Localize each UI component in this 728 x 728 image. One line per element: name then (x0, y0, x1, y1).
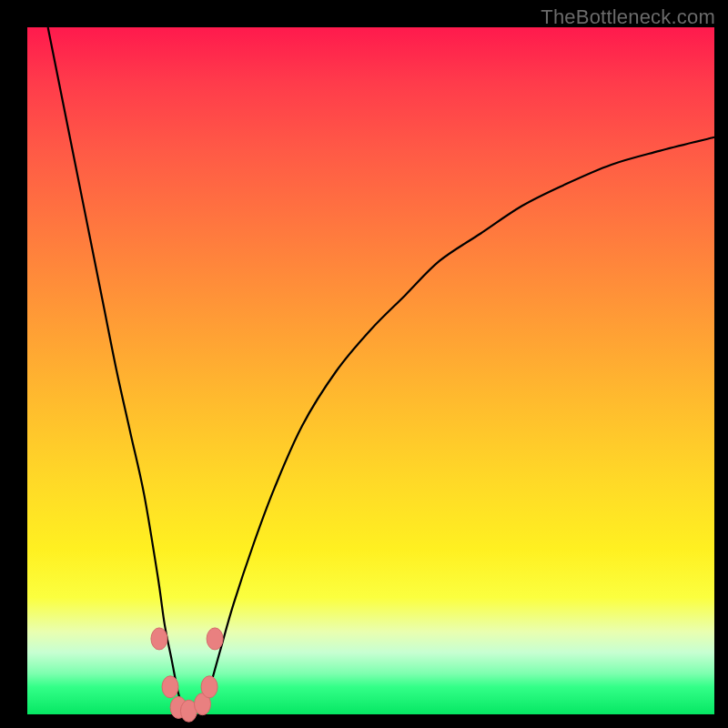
chart-frame: TheBottleneck.com (0, 0, 728, 728)
curve-marker (151, 628, 167, 650)
curve-marker (162, 676, 178, 698)
curve-layer (27, 27, 714, 714)
bottleneck-curve (48, 27, 714, 716)
curve-marker (201, 676, 217, 698)
marker-layer (151, 628, 223, 722)
plot-area (27, 27, 714, 714)
watermark-text: TheBottleneck.com (541, 5, 715, 29)
curve-marker (207, 628, 223, 650)
